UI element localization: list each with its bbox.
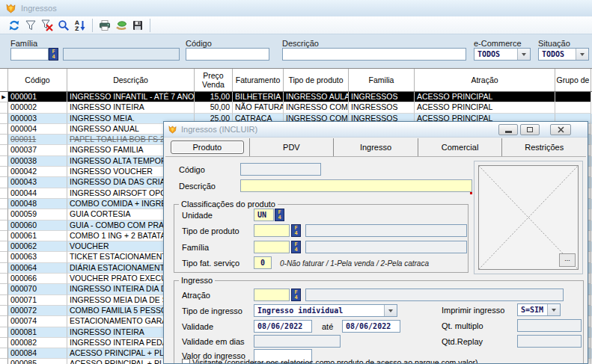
- validade-dias-label: Validade em dias: [182, 337, 245, 346]
- descricao-filter-input[interactable]: [282, 48, 466, 61]
- row-selector-cell: [0, 188, 8, 199]
- browse-image-button[interactable]: ...: [559, 253, 576, 267]
- row-selector-cell: [0, 348, 8, 359]
- ecommerce-select[interactable]: TODOS: [474, 48, 531, 61]
- familia-description: [305, 241, 467, 253]
- row-selector-cell: [0, 274, 8, 284]
- cell: 000060: [8, 220, 67, 231]
- row-selector-cell: [0, 284, 8, 294]
- codigo-field: [240, 163, 321, 176]
- sort-button[interactable]: A Z: [73, 18, 88, 33]
- tipo-fat-note: 0-Não faturar / 1-Pela venda / 2-Pela ca…: [280, 259, 429, 268]
- unidade-f4-lookup-button[interactable]: F4: [275, 209, 284, 221]
- descricao-filter-label: Descrição: [282, 39, 319, 48]
- cell: 000061: [8, 231, 67, 241]
- table-row[interactable]: 000002INGRESSO INTEIRA50,00NÃO FATURARIN…: [0, 102, 592, 113]
- row-selector-cell: [0, 359, 8, 364]
- row-selector-cell: [0, 220, 8, 231]
- row-selector-cell: [0, 167, 8, 177]
- cell: 000003: [8, 114, 67, 124]
- row-selector-cell: [0, 177, 8, 188]
- print-icon: [99, 19, 111, 31]
- col-header-7[interactable]: Grupo de: [555, 69, 591, 91]
- codigo-label: Código: [179, 165, 205, 174]
- print-button[interactable]: [97, 18, 112, 33]
- col-header-1[interactable]: Descrição: [67, 69, 195, 91]
- cell: 000070: [8, 284, 67, 294]
- cell: INGRESSO INFANTIL - ATÉ 7 ANOS: [67, 92, 195, 102]
- cell: 50,00: [195, 102, 233, 113]
- tipo-ingresso-select[interactable]: Ingresso individual: [254, 304, 397, 317]
- col-header-2[interactable]: Preço Venda: [195, 69, 233, 91]
- cell: 000085: [8, 359, 67, 364]
- atracao-field[interactable]: [254, 289, 290, 301]
- tipo-produto-description: [305, 224, 467, 237]
- codigo-filter-label: Código: [186, 39, 212, 48]
- cell: 000001: [8, 92, 67, 102]
- familia-filter-description: [63, 48, 180, 61]
- validade-dias-field: [254, 335, 341, 348]
- filter-icon: [25, 19, 37, 31]
- familia-f4-lookup-button[interactable]: F4: [291, 241, 301, 253]
- toolbar-separator: [92, 19, 93, 32]
- col-header-0[interactable]: Código: [8, 69, 67, 91]
- row-selector-cell: [0, 156, 8, 167]
- pay-button[interactable]: [114, 18, 129, 33]
- validade-ate-field[interactable]: 08/06/2022: [342, 320, 400, 333]
- tipo-ingresso-label: Tipo de ingresso: [182, 306, 242, 315]
- cell: 000071: [8, 295, 67, 306]
- sort-icon: A Z: [74, 19, 86, 31]
- unidade-field[interactable]: UN: [254, 209, 274, 221]
- situacao-select[interactable]: TODOS: [538, 48, 589, 61]
- cell: 000044: [8, 188, 67, 199]
- col-header-5[interactable]: Familia: [349, 69, 415, 91]
- atracao-f4-lookup-button[interactable]: F4: [291, 289, 301, 301]
- col-header-3[interactable]: Faturamento: [233, 69, 284, 91]
- visitante-checkbox[interactable]: [182, 359, 190, 364]
- cell: 000063: [8, 252, 67, 262]
- tipo-fat-field[interactable]: 0: [254, 256, 272, 269]
- cell: 000043: [8, 177, 67, 188]
- imprimir-ingresso-select[interactable]: S=SIM: [517, 303, 561, 316]
- qtd-replay-field: [517, 335, 582, 348]
- filter-button[interactable]: [23, 18, 38, 33]
- clear-filter-button[interactable]: [40, 18, 55, 33]
- cell: INGRESSO COMUM: [284, 102, 349, 113]
- familia-filter-input[interactable]: [10, 48, 49, 61]
- cell: ACESSO PRINCIPAL: [415, 92, 555, 102]
- cell: NÃO FATURAR: [233, 102, 284, 113]
- refresh-button[interactable]: [7, 18, 22, 33]
- qtd-replay-label: Qtd.Replay: [442, 337, 483, 346]
- row-selector-cell: [0, 338, 8, 348]
- cell: 000066: [8, 274, 67, 284]
- familia-field[interactable]: [254, 241, 290, 253]
- visitante-checkbox-label: Visitante (considerar nos relatorios com…: [192, 358, 478, 364]
- familia-f4-lookup-button[interactable]: F4: [49, 48, 58, 61]
- cell: [555, 92, 591, 102]
- classificacoes-group-title: Classificações do produto: [179, 200, 278, 209]
- col-header-4[interactable]: Tipo de produto: [284, 69, 349, 91]
- save-button[interactable]: [130, 18, 145, 33]
- grid-header: CódigoDescriçãoPreço VendaFaturamentoTip…: [0, 69, 592, 92]
- dialog-body: Código Descrição ... Classificações do p…: [164, 122, 588, 363]
- validade-de-field[interactable]: 08/06/2022: [254, 320, 312, 333]
- product-image-frame: ...: [474, 161, 583, 274]
- tipo-produto-f4-lookup-button[interactable]: F4: [291, 224, 301, 237]
- cell: INGRESSOS: [349, 102, 415, 113]
- refresh-icon: [8, 19, 20, 31]
- cell: 000002: [8, 102, 67, 113]
- search-icon: [58, 19, 70, 31]
- incluir-dialog: Ingressos (INCLUIR) ProdutoPDVIngressoCo…: [163, 121, 588, 364]
- table-row[interactable]: ▶000001INGRESSO INFANTIL - ATÉ 7 ANOS15,…: [0, 92, 592, 102]
- filter-panel: Família F4 Código Descrição e-Commerce T…: [0, 34, 592, 68]
- ingresso-group: Ingresso Atração F4 Tipo de ingresso Ing…: [174, 280, 584, 364]
- codigo-filter-input[interactable]: [186, 48, 269, 61]
- descricao-field[interactable]: [240, 179, 472, 192]
- col-header-6[interactable]: Atração: [415, 69, 555, 91]
- cell: 000011: [8, 135, 67, 145]
- cell: 000081: [8, 327, 67, 338]
- cell: 000074: [8, 316, 67, 327]
- search-button[interactable]: [56, 18, 71, 33]
- row-selector-cell: [0, 263, 8, 274]
- tipo-produto-field[interactable]: [254, 224, 290, 237]
